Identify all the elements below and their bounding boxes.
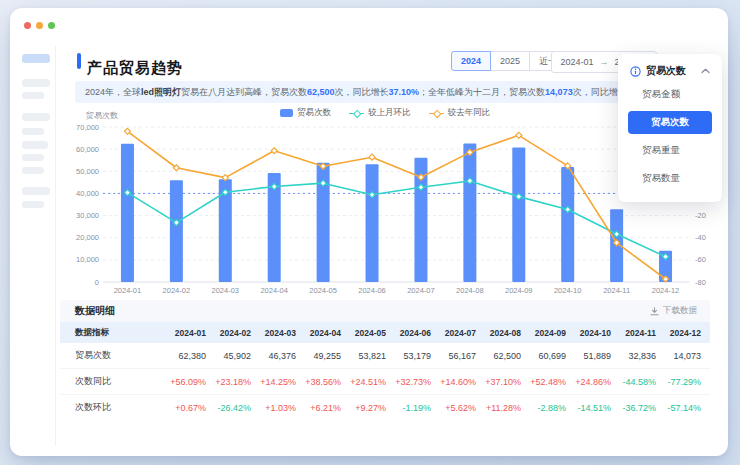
left-axis-tick: 70,000 [76,123,99,132]
arrow-right-icon: → [600,57,609,67]
sidebar-skeleton [10,46,56,446]
bar-2024-10[interactable] [561,167,574,282]
x-axis-tick: 2024-08 [456,286,484,295]
trade-trend-chart: 贸易次数 贸易次数较上月环比较去年同比 010,00020,00030,0004… [60,105,710,302]
table-row-次数环比: 次数环比+0.67%-26.42%+1.03%+6.21%+9.27%-1.19… [60,395,710,420]
dropdown-option-贸易金额[interactable]: 贸易金额 [628,83,712,106]
tab-2025[interactable]: 2025 [490,51,530,71]
table-cell: 53,179 [395,351,440,361]
page-title: 产品贸易趋势 [87,59,183,78]
table-cell: -2.88% [530,403,575,413]
tab-2024[interactable]: 2024 [451,51,491,71]
x-axis-tick: 2024-12 [652,286,680,295]
left-axis-tick: 50,000 [76,167,99,176]
x-axis-tick: 2024-01 [114,286,142,295]
bar-2024-02[interactable] [170,180,183,282]
table-cell: +52.48% [530,377,575,387]
left-axis-tick: 60,000 [76,145,99,154]
sidebar-item-active[interactable] [22,54,50,63]
table-cell: 51,889 [575,351,620,361]
download-label: 下载数据 [663,305,697,317]
browser-window: 产品贸易趋势 20242025近一年 2024-01 → 2024-12 202… [10,8,728,456]
table-cell: +14.25% [260,377,305,387]
table-section-title: 数据明细 [75,304,115,318]
info-icon [630,66,641,77]
sidebar-item-placeholder[interactable] [22,187,50,195]
bar-2024-01[interactable] [121,144,134,282]
bar-2024-06[interactable] [366,164,379,282]
close-button[interactable] [24,22,31,29]
point-较去年同比-2024-06[interactable] [369,154,375,160]
summary-segment: 2024年，全球 [85,87,141,97]
summary-segment: 贸易在八月达到高峰，贸易次数 [181,87,307,97]
table-cell: +11.28% [485,403,530,413]
summary-banner: 2024年，全球led照明灯贸易在八月达到高峰，贸易次数62,500次，同比增长… [75,81,706,103]
table-cell: 60,699 [530,351,575,361]
dropdown-option-贸易数量[interactable]: 贸易数量 [628,167,712,190]
x-axis-tick: 2024-11 [603,286,630,295]
table-header-cell: 2024-03 [260,328,305,338]
left-axis-tick: 30,000 [76,211,99,220]
table-header-cell: 2024-08 [485,328,530,338]
table-header-cell: 数据指标 [60,327,170,339]
table-header-cell: 2024-06 [395,328,440,338]
table-section-bar: 数据明细 下载数据 [60,300,710,322]
dropdown-option-贸易重量[interactable]: 贸易重量 [628,139,712,162]
table-cell: +6.21% [305,403,350,413]
summary-segment: 62,500 [307,87,335,97]
metric-dropdown-header[interactable]: 贸易次数 [628,64,712,78]
table-cell: -1.19% [395,403,440,413]
table-cell: 45,902 [215,351,260,361]
sidebar-item-placeholder[interactable] [22,154,44,161]
table-cell: -26.42% [215,403,260,413]
download-icon [650,307,659,316]
table-header-row: 数据指标2024-012024-022024-032024-042024-052… [60,322,710,343]
bar-2024-09[interactable] [512,148,525,282]
metric-dropdown-label: 贸易次数 [646,64,686,78]
table-cell: 56,167 [440,351,485,361]
sidebar-item-placeholder[interactable] [22,92,44,99]
sidebar-item-placeholder[interactable] [22,201,44,208]
title-accent-bar [77,53,81,69]
table-row-贸易次数: 贸易次数62,38045,90246,37649,25553,82153,179… [60,343,710,369]
table-cell: -14.51% [575,403,620,413]
table-cell: 32,836 [620,351,665,361]
table-header-cell: 2024-04 [305,328,350,338]
left-axis-tick: 40,000 [76,189,99,198]
table-cell: 62,500 [485,351,530,361]
chevron-up-icon [701,68,710,74]
x-axis-tick: 2024-06 [358,286,386,295]
metric-dropdown: 贸易次数 贸易金额贸易次数贸易重量贸易数量 [618,54,722,202]
point-较去年同比-2024-04[interactable] [271,148,277,154]
right-axis-tick: -60 [695,255,706,264]
chart-canvas: 010,00020,00030,00040,00050,00060,00070,… [60,105,710,302]
summary-segment: 37.10% [389,87,420,97]
left-axis-tick: 0 [95,278,99,287]
left-axis-tick: 10,000 [76,255,99,264]
line-较去年同比 [127,131,665,279]
date-range-start: 2024-01 [560,57,593,67]
table-cell: -36.72% [620,403,665,413]
sidebar-item-placeholder[interactable] [22,113,50,121]
sidebar-item-placeholder[interactable] [22,128,44,135]
sidebar-item-placeholder[interactable] [22,79,50,87]
table-header-cell: 2024-01 [170,328,215,338]
zoom-button[interactable] [48,22,55,29]
dropdown-option-贸易次数[interactable]: 贸易次数 [628,111,712,134]
download-data-button[interactable]: 下载数据 [650,305,697,317]
table-cell: 46,376 [260,351,305,361]
table-cell: 62,380 [170,351,215,361]
table-cell: -57.14% [665,403,710,413]
right-axis-tick: -80 [695,278,706,287]
sidebar-item-placeholder[interactable] [22,167,44,174]
metric-dropdown-options: 贸易金额贸易次数贸易重量贸易数量 [628,83,712,190]
sidebar-item-placeholder[interactable] [22,141,48,149]
table-cell: 49,255 [305,351,350,361]
table-cell: +38.56% [305,377,350,387]
table-header-cell: 2024-02 [215,328,260,338]
summary-segment: ；全年低峰为十二月，贸易次数 [419,87,545,97]
minimize-button[interactable] [36,22,43,29]
table-header-cell: 2024-05 [350,328,395,338]
summary-segment: 14,073 [545,87,573,97]
bar-2024-08[interactable] [463,144,476,282]
